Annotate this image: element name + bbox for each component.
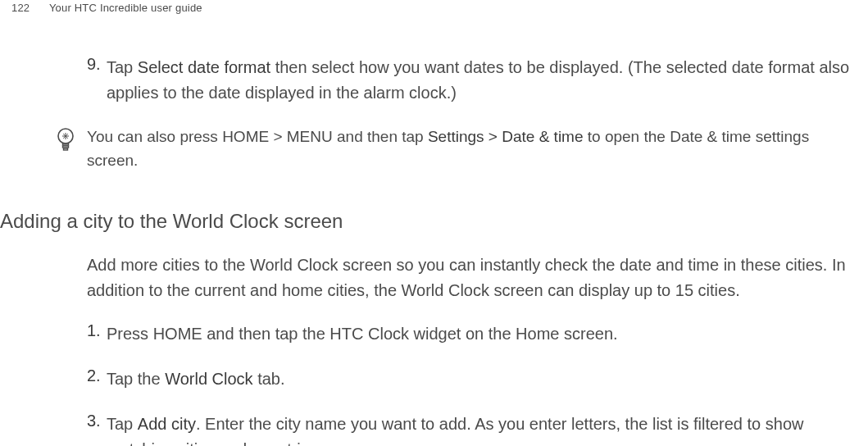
step-number: 3. (87, 412, 107, 446)
text-run: Tap (107, 58, 138, 76)
intro-paragraph: Add more cities to the World Clock scree… (0, 253, 868, 303)
step-number: 9. (87, 55, 107, 106)
lightbulb-icon (56, 125, 87, 157)
tip-text: You can also press HOME > MENU and then … (87, 125, 868, 172)
svg-rect-1 (63, 143, 69, 145)
svg-rect-2 (63, 146, 69, 148)
page-number: 122 (11, 2, 30, 14)
svg-rect-3 (64, 148, 68, 150)
text-run: tab. (253, 370, 285, 388)
page-content: 9. Tap Select date format then select ho… (0, 14, 868, 446)
step-number: 1. (87, 321, 107, 347)
doc-title: Your HTC Incredible user guide (49, 2, 202, 14)
text-bold: World Clock (165, 370, 252, 388)
page: 122 Your HTC Incredible user guide 9. Ta… (0, 0, 868, 446)
section-heading: Adding a city to the World Clock screen (0, 210, 868, 233)
text-bold: Add city (138, 415, 196, 433)
text-bold: Select date format (138, 58, 270, 76)
text-run: Tap the (107, 370, 165, 388)
step-text: Tap the World Clock tab. (107, 366, 868, 392)
tip-callout: You can also press HOME > MENU and then … (0, 125, 868, 172)
step-number: 2. (87, 366, 107, 392)
step-item: 1. Press HOME and then tap the HTC Clock… (0, 321, 868, 347)
text-run: You can also press HOME > MENU and then … (87, 128, 428, 145)
step-item: 3. Tap Add city. Enter the city name you… (0, 412, 868, 446)
step-text: Press HOME and then tap the HTC Clock wi… (107, 321, 868, 347)
step-item: 9. Tap Select date format then select ho… (0, 55, 868, 106)
page-header: 122 Your HTC Incredible user guide (0, 0, 868, 14)
text-bold: Settings > Date & time (428, 128, 584, 145)
step-text: Tap Select date format then select how y… (107, 55, 868, 106)
step-text: Tap Add city. Enter the city name you wa… (107, 412, 868, 446)
text-run: . Enter the city name you want to add. A… (107, 415, 803, 446)
text-run: Tap (107, 415, 138, 433)
step-item: 2. Tap the World Clock tab. (0, 366, 868, 392)
